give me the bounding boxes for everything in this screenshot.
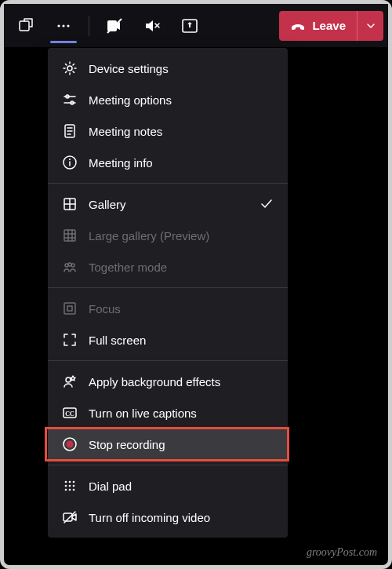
svg-point-44 (73, 485, 75, 487)
menu-separator (48, 183, 288, 184)
dialpad-icon (62, 478, 78, 494)
cc-icon: CC (62, 405, 78, 421)
meeting-toolbar: Leave (4, 4, 388, 47)
more-actions-button[interactable] (46, 9, 81, 43)
share-button[interactable] (172, 9, 207, 43)
menu-item-label: Meeting info (89, 156, 153, 170)
svg-point-43 (69, 485, 71, 487)
menu-item-record[interactable]: Stop recording (48, 429, 288, 460)
popout-button[interactable] (9, 9, 43, 43)
svg-point-39 (65, 481, 67, 483)
more-actions-menu: Device settingsMeeting optionsMeeting no… (48, 48, 288, 538)
svg-rect-32 (64, 303, 75, 314)
chevron-down-icon (365, 20, 376, 31)
menu-item-effects[interactable]: Apply background effects (48, 366, 288, 397)
menu-item-label: Turn off incoming video (89, 511, 210, 524)
svg-point-41 (73, 481, 75, 483)
large-grid-icon (62, 228, 78, 243)
svg-point-46 (69, 489, 71, 491)
menu-item-label: Device settings (89, 62, 169, 75)
svg-rect-24 (64, 230, 75, 241)
menu-item-label: Turn on live captions (89, 407, 197, 420)
menu-item-fullscreen[interactable]: Full screen (48, 324, 288, 356)
menu-item-label: Gallery (89, 198, 126, 211)
svg-point-34 (66, 378, 71, 382)
mute-button[interactable] (135, 9, 169, 43)
record-icon (62, 436, 78, 452)
check-icon (260, 197, 274, 211)
sliders-icon (62, 92, 78, 108)
menu-item-dialpad[interactable]: Dial pad (48, 470, 288, 502)
active-indicator (50, 41, 77, 43)
svg-point-45 (65, 489, 67, 491)
camera-off-button[interactable] (97, 9, 132, 43)
people-icon (62, 259, 78, 275)
svg-point-1 (57, 24, 60, 27)
toolbar-divider (89, 16, 89, 36)
svg-text:CC: CC (65, 410, 74, 418)
menu-item-large-grid: Large gallery (Preview) (48, 220, 288, 251)
menu-separator (48, 465, 288, 465)
svg-point-9 (67, 66, 72, 71)
menu-item-label: Together mode (89, 261, 167, 274)
menu-separator (48, 360, 288, 361)
menu-item-video-off[interactable]: Turn off incoming video (48, 502, 288, 533)
menu-item-gear[interactable]: Device settings (48, 53, 288, 84)
menu-separator (48, 287, 288, 288)
watermark: groovyPost.com (307, 546, 377, 559)
menu-item-info[interactable]: Meeting info (48, 147, 288, 178)
video-off-icon (62, 509, 78, 525)
hangup-icon (290, 18, 306, 34)
menu-item-label: Apply background effects (89, 375, 220, 388)
menu-item-label: Focus (89, 302, 121, 316)
menu-item-people: Together mode (48, 251, 288, 283)
leave-label: Leave (312, 19, 346, 32)
menu-item-notes[interactable]: Meeting notes (48, 115, 288, 147)
svg-point-20 (69, 159, 71, 160)
svg-rect-0 (20, 21, 29, 31)
svg-point-31 (68, 263, 71, 266)
notes-icon (62, 123, 78, 139)
grid-icon (62, 196, 78, 212)
focus-icon (62, 301, 78, 316)
svg-point-38 (67, 441, 74, 448)
menu-item-label: Dial pad (89, 480, 132, 493)
svg-point-2 (62, 24, 64, 27)
svg-rect-33 (67, 306, 72, 311)
menu-item-label: Full screen (89, 334, 146, 347)
fullscreen-icon (62, 332, 78, 348)
menu-item-label: Meeting options (89, 93, 172, 107)
menu-item-grid[interactable]: Gallery (48, 188, 288, 220)
menu-item-sliders[interactable]: Meeting options (48, 84, 288, 115)
menu-item-focus: Focus (48, 293, 288, 324)
menu-item-label: Meeting notes (89, 125, 162, 138)
leave-button[interactable]: Leave (279, 11, 357, 41)
leave-options-button[interactable] (357, 11, 383, 41)
menu-item-cc[interactable]: CCTurn on live captions (48, 397, 288, 429)
svg-point-47 (73, 489, 75, 491)
menu-item-label: Stop recording (89, 438, 165, 451)
menu-item-label: Large gallery (Preview) (89, 229, 209, 243)
svg-point-42 (65, 485, 67, 487)
svg-point-40 (69, 481, 71, 483)
info-icon (62, 155, 78, 170)
gear-icon (62, 60, 78, 76)
svg-point-3 (67, 24, 69, 27)
effects-icon (62, 374, 78, 389)
